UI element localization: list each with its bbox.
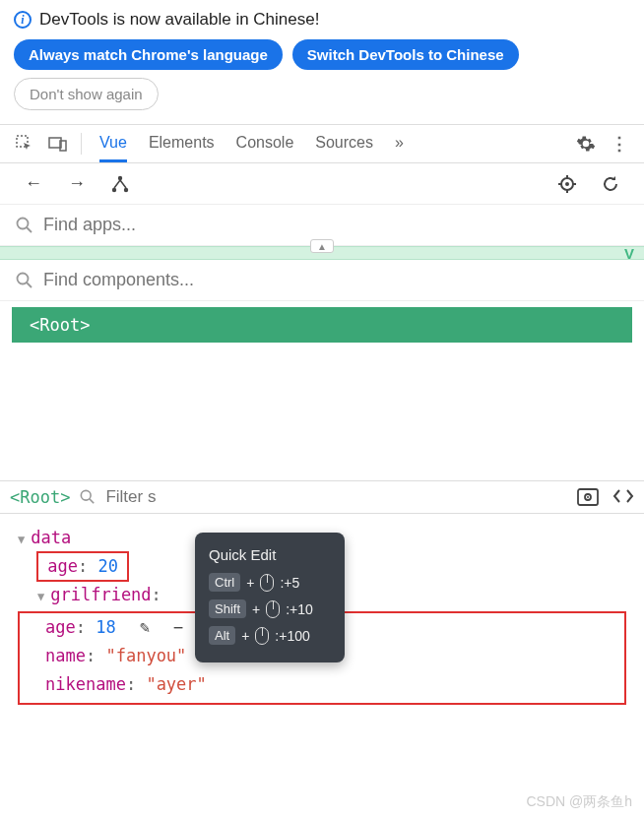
search-icon	[16, 217, 33, 234]
collapse-arrow-icon[interactable]: ▼	[37, 590, 44, 603]
tooltip-step: :+100	[275, 628, 309, 644]
tooltip-row: Alt + :+100	[209, 626, 331, 645]
svg-point-12	[82, 490, 92, 500]
refresh-icon[interactable]	[599, 172, 622, 196]
mouse-icon	[255, 627, 269, 645]
highlight-box: age: 20	[37, 552, 128, 581]
switch-to-chinese-button[interactable]: Switch DevTools to Chinese	[292, 39, 519, 70]
state-inspector-bar: <Root>	[0, 480, 644, 514]
svg-rect-1	[49, 138, 61, 148]
tree-node-gf-nikename[interactable]: nikename: "ayer"	[26, 670, 618, 699]
tooltip-row: Ctrl + :+5	[209, 573, 331, 592]
kbd-alt: Alt	[209, 626, 235, 645]
forward-arrow-icon[interactable]: →	[65, 172, 89, 196]
svg-point-7	[565, 182, 569, 186]
tab-vue[interactable]: Vue	[99, 126, 127, 162]
tab-console[interactable]: Console	[236, 126, 294, 162]
find-components-row	[0, 260, 644, 301]
dont-show-again-button[interactable]: Don't show again	[14, 78, 159, 110]
svg-line-13	[90, 499, 94, 503]
tab-elements[interactable]: Elements	[149, 126, 215, 162]
svg-point-10	[18, 273, 29, 284]
infobar-message-row: i DevTools is now available in Chinese!	[14, 10, 630, 30]
tooltip-step: :+10	[286, 601, 313, 617]
collapse-handle-icon[interactable]: ▲	[310, 239, 334, 253]
breadcrumb-root[interactable]: <Root>	[10, 487, 70, 507]
vue-version-badge: V	[624, 245, 634, 262]
watermark-text: CSDN @两条鱼h	[526, 793, 632, 811]
search-icon	[16, 272, 33, 289]
target-icon[interactable]	[555, 172, 579, 196]
always-match-language-button[interactable]: Always match Chrome's language	[14, 39, 283, 70]
decrement-icon[interactable]: −	[169, 613, 187, 642]
filter-state-input[interactable]	[105, 487, 184, 507]
svg-point-3	[118, 175, 122, 179]
svg-line-9	[27, 227, 32, 232]
info-icon: i	[14, 11, 32, 29]
svg-line-11	[27, 283, 32, 287]
tooltip-row: Shift + :+10	[209, 599, 331, 618]
svg-point-16	[587, 496, 589, 498]
mouse-icon	[260, 574, 274, 592]
svg-point-4	[112, 187, 116, 191]
more-tabs-icon[interactable]: »	[395, 126, 404, 162]
mouse-icon	[266, 600, 280, 618]
find-apps-input[interactable]	[33, 215, 628, 235]
kebab-menu-icon[interactable]: ⋮	[609, 133, 630, 155]
component-tree-icon[interactable]	[108, 172, 132, 196]
tooltip-step: :+5	[280, 575, 299, 591]
inspect-dom-icon[interactable]	[612, 488, 634, 506]
devtools-main-toolbar: Vue Elements Console Sources » ⋮	[0, 124, 644, 163]
collapse-arrow-icon[interactable]: ▼	[18, 533, 25, 546]
back-arrow-icon[interactable]: ←	[22, 172, 45, 196]
svg-point-5	[124, 187, 128, 191]
panel-tabs: Vue Elements Console Sources »	[99, 126, 404, 162]
device-toggle-icon[interactable]	[47, 133, 69, 155]
find-components-input[interactable]	[33, 270, 628, 290]
scroll-to-component-icon[interactable]	[577, 488, 599, 506]
vue-nav-bar: ← →	[0, 163, 644, 205]
tooltip-title: Quick Edit	[209, 546, 331, 563]
search-icon	[80, 489, 96, 505]
app-divider: ▲ V	[0, 246, 644, 260]
kbd-ctrl: Ctrl	[209, 573, 240, 592]
inspect-element-icon[interactable]	[14, 133, 35, 155]
svg-point-8	[18, 218, 29, 228]
toolbar-divider	[81, 133, 82, 155]
tab-sources[interactable]: Sources	[315, 126, 373, 162]
edit-pencil-icon[interactable]: ✎	[136, 613, 154, 642]
kbd-shift: Shift	[209, 599, 246, 618]
quick-edit-tooltip: Quick Edit Ctrl + :+5 Shift + :+10 Alt +…	[195, 533, 345, 662]
infobar-buttons: Always match Chrome's language Switch De…	[14, 39, 630, 70]
infobar-message: DevTools is now available in Chinese!	[39, 10, 319, 30]
settings-gear-icon[interactable]	[575, 133, 597, 155]
component-root-selected[interactable]: <Root>	[12, 307, 632, 343]
infobar: i DevTools is now available in Chinese! …	[0, 0, 644, 124]
